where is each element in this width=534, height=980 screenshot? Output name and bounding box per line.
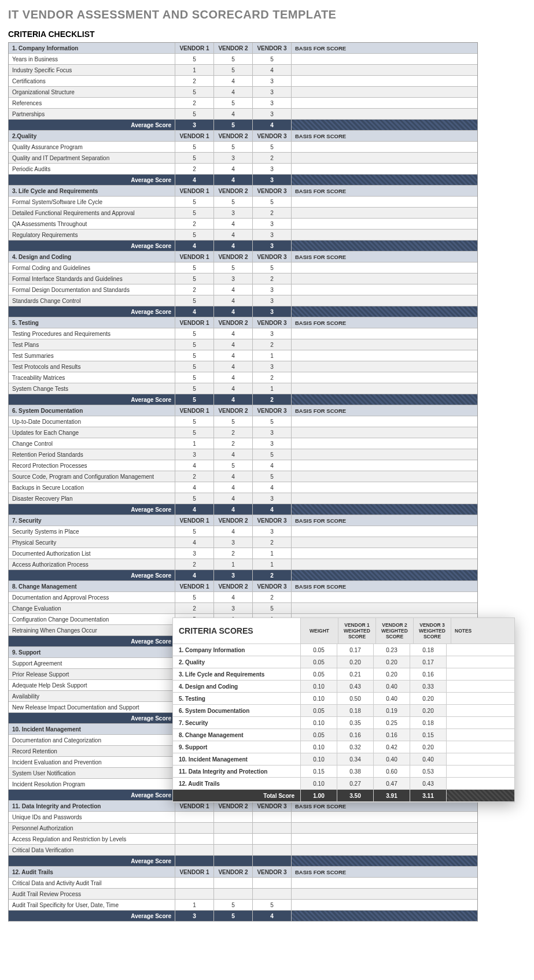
score-v3[interactable]: 4 — [253, 460, 292, 471]
basis-cell[interactable] — [292, 54, 477, 64]
score-v2[interactable]: 5 — [214, 65, 253, 75]
score-v3[interactable] — [253, 834, 292, 844]
score-v2[interactable]: 3 — [214, 537, 253, 548]
basis-cell[interactable] — [292, 460, 477, 471]
basis-cell[interactable] — [292, 834, 477, 844]
score-v2[interactable] — [214, 878, 253, 888]
score-v1[interactable]: 2 — [175, 164, 214, 174]
score-v1[interactable]: 5 — [175, 208, 214, 218]
score-v3[interactable]: 5 — [253, 197, 292, 207]
basis-cell[interactable] — [292, 65, 477, 75]
score-v2[interactable]: 4 — [214, 76, 253, 86]
notes-cell[interactable] — [446, 765, 514, 777]
score-v3[interactable]: 2 — [253, 273, 292, 284]
score-v1[interactable]: 5 — [175, 295, 214, 306]
score-v2[interactable]: 5 — [214, 142, 253, 152]
score-v2[interactable]: 4 — [214, 383, 253, 394]
basis-cell[interactable] — [292, 900, 477, 910]
score-v2[interactable]: 5 — [214, 900, 253, 910]
score-v1[interactable]: 2 — [175, 76, 214, 86]
basis-cell[interactable] — [292, 383, 477, 394]
score-v3[interactable]: 5 — [253, 603, 292, 613]
score-v1[interactable]: 1 — [175, 438, 214, 449]
score-v1[interactable]: 5 — [175, 262, 214, 273]
basis-cell[interactable] — [292, 273, 477, 284]
score-v1[interactable] — [175, 878, 214, 888]
basis-cell[interactable] — [292, 208, 477, 218]
notes-cell[interactable] — [446, 656, 514, 668]
score-v2[interactable] — [214, 812, 253, 822]
score-v2[interactable]: 4 — [214, 219, 253, 229]
score-v3[interactable]: 3 — [253, 284, 292, 295]
score-v3[interactable]: 5 — [253, 262, 292, 273]
basis-cell[interactable] — [292, 471, 477, 482]
score-v2[interactable]: 4 — [214, 449, 253, 460]
score-v1[interactable] — [175, 823, 214, 833]
notes-cell[interactable] — [446, 681, 514, 692]
score-v3[interactable] — [253, 823, 292, 833]
score-v3[interactable]: 2 — [253, 537, 292, 548]
notes-cell[interactable] — [446, 668, 514, 680]
notes-cell[interactable] — [446, 693, 514, 704]
score-v3[interactable]: 5 — [253, 142, 292, 152]
score-v1[interactable]: 2 — [175, 471, 214, 482]
score-v2[interactable]: 4 — [214, 526, 253, 537]
score-v2[interactable]: 2 — [214, 438, 253, 449]
notes-cell[interactable] — [446, 644, 514, 656]
score-v1[interactable] — [175, 845, 214, 855]
score-v1[interactable]: 2 — [175, 98, 214, 108]
score-v3[interactable]: 3 — [253, 87, 292, 97]
basis-cell[interactable] — [292, 438, 477, 449]
score-v1[interactable] — [175, 834, 214, 844]
score-v1[interactable]: 5 — [175, 350, 214, 361]
score-v1[interactable]: 5 — [175, 153, 214, 163]
basis-cell[interactable] — [292, 537, 477, 548]
basis-cell[interactable] — [292, 416, 477, 427]
basis-cell[interactable] — [292, 230, 477, 240]
score-v3[interactable]: 2 — [253, 339, 292, 350]
basis-cell[interactable] — [292, 197, 477, 207]
basis-cell[interactable] — [292, 878, 477, 888]
score-v2[interactable]: 5 — [214, 416, 253, 427]
score-v3[interactable] — [253, 889, 292, 899]
score-v1[interactable]: 5 — [175, 87, 214, 97]
score-v1[interactable]: 5 — [175, 197, 214, 207]
score-v3[interactable]: 2 — [253, 592, 292, 602]
score-v1[interactable]: 5 — [175, 109, 214, 119]
score-v3[interactable]: 3 — [253, 295, 292, 306]
score-v1[interactable]: 2 — [175, 603, 214, 613]
score-v2[interactable]: 4 — [214, 164, 253, 174]
basis-cell[interactable] — [292, 592, 477, 602]
score-v1[interactable]: 5 — [175, 361, 214, 372]
score-v2[interactable] — [214, 889, 253, 899]
score-v3[interactable]: 3 — [253, 438, 292, 449]
score-v1[interactable]: 5 — [175, 416, 214, 427]
score-v3[interactable]: 3 — [253, 427, 292, 438]
basis-cell[interactable] — [292, 526, 477, 537]
score-v1[interactable]: 5 — [175, 592, 214, 602]
basis-cell[interactable] — [292, 328, 477, 339]
notes-cell[interactable] — [446, 729, 514, 741]
basis-cell[interactable] — [292, 493, 477, 504]
score-v3[interactable] — [253, 812, 292, 822]
notes-cell[interactable] — [446, 717, 514, 728]
basis-cell[interactable] — [292, 219, 477, 229]
score-v1[interactable]: 5 — [175, 230, 214, 240]
score-v1[interactable]: 1 — [175, 900, 214, 910]
score-v3[interactable]: 5 — [253, 471, 292, 482]
score-v3[interactable]: 3 — [253, 361, 292, 372]
score-v3[interactable]: 1 — [253, 548, 292, 559]
score-v3[interactable] — [253, 878, 292, 888]
basis-cell[interactable] — [292, 295, 477, 306]
score-v2[interactable]: 3 — [214, 273, 253, 284]
score-v1[interactable]: 2 — [175, 284, 214, 295]
score-v3[interactable]: 4 — [253, 482, 292, 493]
basis-cell[interactable] — [292, 164, 477, 174]
score-v2[interactable]: 5 — [214, 262, 253, 273]
notes-cell[interactable] — [446, 753, 514, 765]
score-v1[interactable]: 4 — [175, 482, 214, 493]
score-v1[interactable]: 1 — [175, 65, 214, 75]
basis-cell[interactable] — [292, 449, 477, 460]
score-v1[interactable]: 5 — [175, 328, 214, 339]
score-v3[interactable]: 2 — [253, 372, 292, 383]
